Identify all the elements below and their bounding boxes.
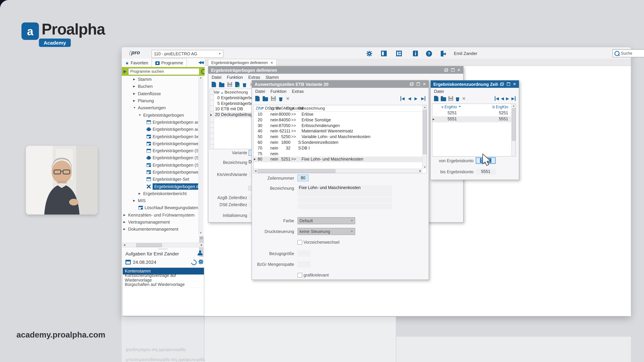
nav-next-icon[interactable]: ▶ xyxy=(506,96,509,101)
table-row[interactable]: 10 nein 80000 >> Erlöse xyxy=(254,112,427,117)
scroll-up-icon[interactable]: ▲ xyxy=(512,105,515,107)
tree-item[interactable]: Ergebnisträgerbogen (Set) a xyxy=(122,147,198,154)
variant-list-header[interactable]: Var ▲ Bezeichnung xyxy=(214,90,248,94)
tree-item[interactable]: Ergebnisträgerbogen berech xyxy=(122,133,198,140)
cell-lookup-arrows[interactable]: >> xyxy=(291,157,296,162)
nav-prev-icon[interactable]: ◀ xyxy=(501,96,504,101)
global-search-input[interactable]: Suche xyxy=(612,49,644,57)
tree-item[interactable]: Vertragsmanagement xyxy=(122,219,198,226)
save-icon[interactable] xyxy=(271,96,276,101)
variant-row[interactable]: 0 Ergebnisträgerboge xyxy=(210,95,255,101)
delete-icon[interactable] xyxy=(242,82,246,87)
close-icon[interactable]: ✕ xyxy=(457,68,460,72)
maximize-icon[interactable] xyxy=(416,82,420,86)
menu-item[interactable]: Extras xyxy=(292,89,304,94)
table-header-row[interactable]: ZlNr ▲ DStg VzWe BzGMSpa ErgKonto Da Bez… xyxy=(254,105,427,112)
scroll-right-icon[interactable]: ▶ xyxy=(420,170,421,172)
table-row[interactable]: 40 nein 62111 >> Materialanteil Warenein… xyxy=(254,129,427,134)
window-split-icon[interactable] xyxy=(396,50,402,57)
tree-expand-arrow-icon[interactable] xyxy=(133,78,136,81)
open-folder-icon[interactable] xyxy=(263,97,268,101)
window1-titlebar[interactable]: Ergebnisträgerbogen definieren ✕ xyxy=(208,66,463,74)
table-horizontal-scrollbar[interactable]: ◀ ▶ xyxy=(254,169,422,173)
field-bezeichnung[interactable]: Fixe Lohn- und Maschinenkosten xyxy=(298,185,392,209)
settings-gear-icon[interactable] xyxy=(366,50,373,57)
close-record-icon[interactable]: ✕ xyxy=(462,96,466,101)
col-bezeichnung[interactable]: Bezeichnung xyxy=(302,106,325,111)
window2-titlebar[interactable]: Auswertungszeilen ETB Variante 20 ✕ xyxy=(252,80,429,88)
tree-expand-arrow-icon[interactable] xyxy=(124,221,126,224)
restore-icon[interactable] xyxy=(500,82,504,86)
run-search-icon[interactable]: ▶ xyxy=(124,69,126,74)
close-icon[interactable]: ✕ xyxy=(513,82,516,86)
menu-item[interactable]: Datei xyxy=(434,89,444,94)
table-row[interactable]: 75 nein xyxy=(254,151,427,157)
refresh-icon[interactable] xyxy=(190,259,198,266)
table-row[interactable]: 5251 5251 xyxy=(432,110,516,116)
tree-item[interactable]: MIS xyxy=(122,197,198,204)
field-bzgr-mengenspalte[interactable] xyxy=(298,261,310,268)
user-icon[interactable] xyxy=(198,250,202,255)
cell-lookup-arrows[interactable]: >> xyxy=(291,123,296,128)
save-icon[interactable] xyxy=(448,96,453,101)
tree-item[interactable]: Löschlauf Bewegungsdaten ETr xyxy=(122,204,198,212)
scroll-left-icon[interactable]: ◀ xyxy=(254,170,256,172)
tab-close-icon[interactable]: ✕ xyxy=(270,61,273,64)
tree-item[interactable]: Ergebnisträger-Set xyxy=(122,176,198,183)
scroll-down-icon[interactable]: ▼ xyxy=(424,166,426,168)
task-list-item[interactable]: Kurssicherungsverträge auf Wiedervorlage xyxy=(123,275,204,281)
tab-favoriten[interactable]: ★ Favoriten xyxy=(122,59,152,67)
variant-row[interactable]: 10 ETB mit DB xyxy=(210,107,255,112)
variant-row[interactable]: 5 Ergebnisträgerboge xyxy=(210,101,255,107)
open-folder-icon[interactable] xyxy=(219,83,224,87)
table-row[interactable]: 60 nein 1800 S Sondereinzelkosten xyxy=(254,140,427,145)
field-bis-ergebniskonto[interactable]: 5551 xyxy=(476,169,496,175)
tree-expand-arrow-icon[interactable] xyxy=(133,92,136,95)
calendar-icon[interactable] xyxy=(126,260,131,265)
tree-item[interactable]: Dokumentenmanagement xyxy=(122,226,198,233)
tab-programme[interactable]: Programme xyxy=(152,59,187,67)
logout-door-icon[interactable] xyxy=(440,50,447,57)
table-vertical-scrollbar[interactable]: ▲ ▼ xyxy=(422,105,427,169)
table-row[interactable]: 70 nein 32 S DB I xyxy=(254,145,427,151)
cell-lookup-arrows[interactable]: >> xyxy=(291,118,296,122)
tree-item[interactable]: Ergebniskontenbericht xyxy=(122,190,198,197)
tree-item[interactable]: Planung xyxy=(122,97,198,104)
tree-item[interactable]: Ergebnisträgerbogen (Set) a xyxy=(122,154,198,162)
tree-expand-arrow-icon[interactable] xyxy=(138,113,142,116)
menu-item[interactable]: Stamm xyxy=(266,75,279,80)
tree-vertical-scrollbar[interactable]: ▲ ▼ xyxy=(198,76,203,235)
tree-item[interactable]: Ergebnisträgerbogenwerte ( xyxy=(122,169,198,176)
new-document-icon[interactable] xyxy=(212,82,216,87)
scroll-up-icon[interactable]: ▲ xyxy=(200,76,202,79)
field-zeilennummer[interactable]: 80 xyxy=(298,175,308,181)
tree-expand-arrow-icon[interactable] xyxy=(133,106,136,109)
col-b-ergkto[interactable]: b ErgKto xyxy=(492,105,508,109)
tree-expand-arrow-icon[interactable] xyxy=(138,192,142,195)
col-var[interactable]: Var xyxy=(214,90,220,94)
close-record-icon[interactable]: ✕ xyxy=(286,96,290,101)
restore-icon[interactable] xyxy=(444,68,448,72)
checkbox-vorzeichenwechsel[interactable] xyxy=(298,240,302,245)
menu-item[interactable]: Funktion xyxy=(270,89,286,94)
menu-item[interactable]: Extras xyxy=(248,75,260,80)
new-document-icon[interactable] xyxy=(434,96,438,101)
scroll-up-icon[interactable]: ▲ xyxy=(424,106,426,108)
nav-prev-icon[interactable]: ◀ xyxy=(408,96,411,101)
tree-item[interactable]: Ergebnisträgerbogen ausge xyxy=(122,126,198,133)
open-folder-icon[interactable] xyxy=(441,97,446,101)
tree-item[interactable]: Ergebnisträgerbogen xyxy=(122,111,198,119)
field-bezugsgroesse[interactable] xyxy=(298,250,310,257)
window3-titlebar[interactable]: Ergebniskontenzuordnung Zeile... ✕ xyxy=(431,80,519,88)
close-icon[interactable]: ✕ xyxy=(422,82,426,86)
table-row[interactable]: 80 nein 5251 >> Fixe Lohn- und Maschinen… xyxy=(254,157,427,162)
scroll-left-icon[interactable]: ◀ xyxy=(124,244,125,246)
table-row[interactable]: 50 nein 5250 >> Variable Lohn- und Masch… xyxy=(254,134,427,140)
tree-item[interactable]: Kennzahlen- und Frühwarnsystem xyxy=(122,211,198,219)
tree-expand-arrow-icon[interactable] xyxy=(133,85,136,88)
col-v-ergkto[interactable]: v ErgKto xyxy=(432,105,457,109)
save-icon[interactable] xyxy=(228,82,232,87)
window-layout-icon[interactable] xyxy=(380,50,388,57)
cell-lookup-arrows[interactable]: >> xyxy=(291,129,296,134)
scroll-down-icon[interactable]: ▼ xyxy=(200,232,202,234)
